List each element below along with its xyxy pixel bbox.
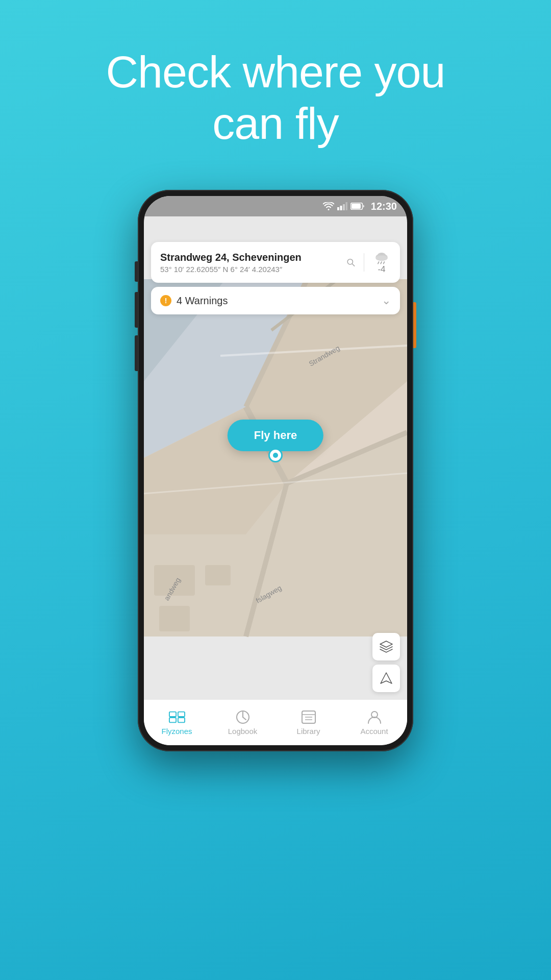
warning-exclamation: ! — [165, 297, 167, 305]
svg-rect-1 — [340, 206, 342, 210]
nav-label-flyzones: Flyzones — [161, 727, 192, 736]
warnings-left: ! 4 Warnings — [160, 295, 228, 307]
nav-item-library[interactable]: Library — [276, 710, 341, 736]
layers-icon — [379, 640, 393, 654]
map-controls — [372, 633, 400, 692]
nav-label-account: Account — [360, 727, 388, 736]
svg-line-23 — [352, 264, 354, 266]
weather-info: -4 — [372, 250, 391, 275]
pin-circle — [268, 448, 283, 462]
svg-marker-31 — [380, 641, 392, 647]
search-button[interactable] — [346, 253, 364, 272]
location-pin — [268, 448, 283, 462]
location-name: Strandweg 24, Scheveningen — [160, 251, 346, 263]
layers-button[interactable] — [372, 633, 400, 660]
warnings-text: 4 Warnings — [177, 295, 228, 307]
svg-rect-35 — [178, 712, 184, 717]
phone-screen: 12:30 — [144, 196, 407, 745]
svg-rect-20 — [205, 565, 231, 585]
svg-rect-33 — [169, 712, 176, 717]
search-icon — [346, 256, 356, 268]
hero-text: Check where youcan fly — [76, 46, 476, 149]
warning-icon: ! — [160, 295, 171, 306]
navigation-button[interactable] — [372, 665, 400, 692]
nav-item-flyzones[interactable]: Flyzones — [144, 710, 210, 736]
bottom-nav: Flyzones Logbook — [144, 699, 407, 745]
status-bar: 12:30 — [144, 196, 407, 216]
status-time: 12:30 — [371, 201, 397, 212]
svg-line-29 — [381, 262, 382, 264]
flyzones-icon — [169, 710, 185, 724]
nav-item-logbook[interactable]: Logbook — [210, 710, 276, 736]
location-actions: -4 — [346, 250, 391, 275]
fly-here-button[interactable]: Fly here — [228, 420, 323, 451]
svg-line-39 — [243, 717, 246, 720]
svg-line-28 — [378, 262, 379, 264]
map-area: Strandweg BAZ V Terr 2013 andweg fslagwe… — [144, 216, 407, 699]
signal-icon — [337, 202, 347, 210]
svg-rect-5 — [352, 204, 361, 209]
svg-marker-32 — [381, 673, 392, 683]
nav-label-library: Library — [297, 727, 320, 736]
weather-temp: -4 — [378, 264, 385, 275]
battery-icon — [350, 203, 365, 210]
svg-point-27 — [375, 256, 387, 261]
status-icons: 12:30 — [323, 201, 397, 212]
nav-item-account[interactable]: Account — [341, 710, 407, 736]
overlay-cards: Strandweg 24, Scheveningen 53° 10′ 22.62… — [144, 237, 407, 320]
svg-rect-0 — [337, 207, 339, 210]
svg-rect-3 — [345, 202, 347, 210]
pin-inner — [273, 453, 278, 458]
logbook-icon — [235, 710, 251, 724]
phone-mockup: 12:30 — [138, 190, 413, 751]
location-card[interactable]: Strandweg 24, Scheveningen 53° 10′ 22.62… — [151, 242, 400, 283]
chevron-down-icon[interactable]: ⌄ — [382, 294, 391, 307]
navigation-icon — [379, 671, 393, 685]
account-icon — [366, 710, 383, 724]
warnings-card[interactable]: ! 4 Warnings ⌄ — [151, 287, 400, 314]
svg-rect-2 — [343, 204, 345, 210]
nav-label-logbook: Logbook — [228, 727, 258, 736]
library-icon — [300, 710, 317, 724]
svg-line-30 — [384, 262, 385, 264]
wifi-icon — [323, 202, 334, 210]
svg-rect-21 — [159, 606, 190, 631]
svg-rect-36 — [178, 718, 184, 722]
location-coords: 53° 10′ 22.62055″ N 6° 24′ 4.20243″ — [160, 265, 346, 274]
location-info: Strandweg 24, Scheveningen 53° 10′ 22.62… — [160, 251, 346, 274]
svg-rect-34 — [169, 718, 176, 722]
weather-icon — [372, 250, 391, 264]
